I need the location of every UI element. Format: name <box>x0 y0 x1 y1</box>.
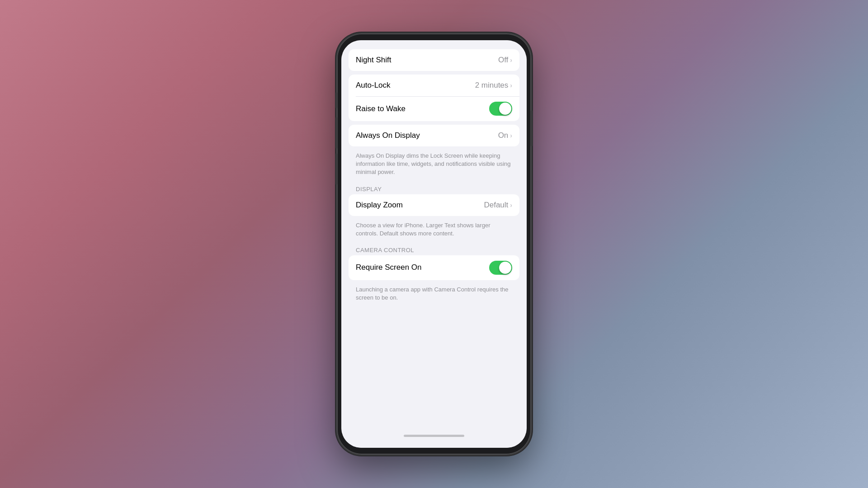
require-screen-on-label: Require Screen On <box>356 263 422 272</box>
display-zoom-value: Default › <box>484 201 512 210</box>
auto-lock-label: Auto-Lock <box>356 81 391 90</box>
settings-scroll[interactable]: Night Shift Off › Auto-Lock 2 minutes › <box>341 40 527 448</box>
display-zoom-chevron-icon: › <box>510 202 512 209</box>
night-shift-value-text: Off <box>498 56 508 65</box>
raise-to-wake-row: Raise to Wake <box>349 96 519 121</box>
phone-device: Night Shift Off › Auto-Lock 2 minutes › <box>337 33 531 455</box>
display-section-label: DISPLAY <box>341 182 527 194</box>
require-screen-on-toggle[interactable] <box>489 261 512 275</box>
home-indicator <box>404 435 464 437</box>
always-on-display-chevron-icon: › <box>510 132 512 139</box>
always-on-display-label: Always On Display <box>356 131 420 140</box>
auto-lock-chevron-icon: › <box>510 82 512 89</box>
volume-up-button <box>335 117 337 149</box>
always-on-display-row[interactable]: Always On Display On › <box>349 125 519 146</box>
autolock-group: Auto-Lock 2 minutes › Raise to Wake <box>349 75 519 121</box>
raise-to-wake-label: Raise to Wake <box>356 104 406 113</box>
power-button <box>531 110 533 146</box>
auto-lock-value: 2 minutes › <box>475 81 512 90</box>
always-on-display-value: On › <box>498 131 512 140</box>
camera-control-group: Require Screen On <box>349 255 519 280</box>
display-zoom-description: Choose a view for iPhone. Larger Text sh… <box>341 220 527 243</box>
mute-switch <box>335 92 337 108</box>
night-shift-group: Night Shift Off › <box>349 49 519 71</box>
display-zoom-value-text: Default <box>484 201 508 210</box>
display-zoom-label: Display Zoom <box>356 201 403 210</box>
auto-lock-row[interactable]: Auto-Lock 2 minutes › <box>349 75 519 96</box>
night-shift-value: Off › <box>498 56 512 65</box>
display-zoom-row[interactable]: Display Zoom Default › <box>349 194 519 216</box>
camera-control-section-label: CAMERA CONTROL <box>341 243 527 255</box>
always-on-display-value-text: On <box>498 131 509 140</box>
night-shift-label: Night Shift <box>356 56 391 65</box>
camera-control-description: Launching a camera app with Camera Contr… <box>341 284 527 307</box>
auto-lock-value-text: 2 minutes <box>475 81 509 90</box>
raise-to-wake-toggle[interactable] <box>489 102 512 116</box>
always-on-group: Always On Display On › <box>349 125 519 146</box>
night-shift-chevron-icon: › <box>510 56 512 64</box>
screen-content: Night Shift Off › Auto-Lock 2 minutes › <box>341 40 527 448</box>
require-screen-on-row: Require Screen On <box>349 255 519 280</box>
always-on-description: Always On Display dims the Lock Screen w… <box>341 150 527 182</box>
display-zoom-group: Display Zoom Default › <box>349 194 519 216</box>
volume-down-button <box>335 153 337 185</box>
phone-screen: Night Shift Off › Auto-Lock 2 minutes › <box>341 40 527 448</box>
night-shift-row[interactable]: Night Shift Off › <box>349 49 519 71</box>
